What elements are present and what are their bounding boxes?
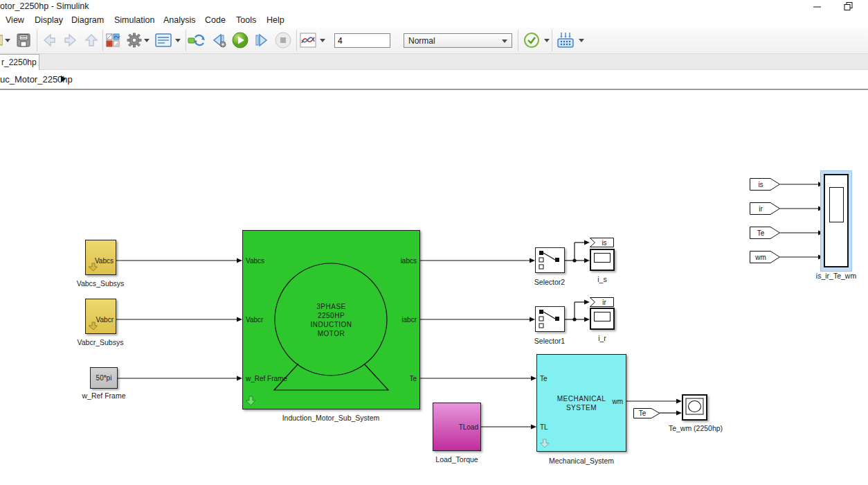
- menu-bar: View Display Diagram Simulation Analysis…: [0, 12, 868, 28]
- selector-glyph-icon: [536, 248, 564, 272]
- menu-display[interactable]: Display: [32, 14, 66, 26]
- xy-scope-icon: [683, 396, 706, 419]
- out-port-te: Te: [409, 375, 417, 382]
- from-tag-te[interactable]: Te: [633, 408, 660, 418]
- scope-screen: [594, 312, 611, 321]
- sim-mode-select[interactable]: Normal: [404, 33, 512, 48]
- block-scope-te-wm[interactable]: [682, 394, 707, 421]
- settings-caret[interactable]: [144, 39, 150, 42]
- step-back-icon[interactable]: [210, 31, 228, 49]
- model-advisor-check-icon[interactable]: [523, 31, 541, 49]
- save-icon[interactable]: [15, 31, 33, 49]
- block-name-scope-te-wm: Te_wm (2250hp): [669, 424, 723, 432]
- svg-text:Te: Te: [639, 409, 647, 417]
- title-bar: otor_2250hp - Simulink: [0, 0, 868, 12]
- up-icon[interactable]: [82, 31, 100, 49]
- model-configuration-caret[interactable]: [175, 39, 181, 42]
- breakpoints-caret[interactable]: [579, 39, 584, 42]
- model-canvas[interactable]: Vabcs Vabcs_Subsys Vabcr Vabcr_Subsys 50…: [0, 90, 868, 483]
- block-name-selector2: Selector2: [534, 278, 565, 286]
- restore-button[interactable]: [839, 1, 858, 11]
- in-port-vabcr: Vabcr: [246, 316, 263, 324]
- menu-analysis[interactable]: Analysis: [161, 14, 199, 26]
- block-w-ref-constant[interactable]: 50*pi: [90, 367, 118, 389]
- toolbar: Normal: [0, 28, 868, 54]
- from-tag-wm[interactable]: wm: [750, 251, 780, 263]
- breadcrumb-arrow-icon[interactable]: [61, 76, 66, 82]
- svg-text:ir: ir: [759, 205, 763, 213]
- block-name-selector1: Selector1: [534, 337, 565, 345]
- window-title: otor_2250hp - Simulink: [0, 1, 89, 11]
- block-load-torque[interactable]: TLoad: [433, 403, 481, 451]
- scope-screen: [594, 253, 611, 263]
- block-name-vabcs: Vabcs_Subsys: [77, 279, 125, 288]
- tab-model[interactable]: r_2250hp: [0, 54, 39, 70]
- block-vabcr-subsystem[interactable]: Vabcr: [85, 299, 116, 334]
- simulation-data-inspector-caret[interactable]: [320, 39, 325, 42]
- motor-title: 3PHASE 2250HP INDUCTION MOTOR: [243, 302, 419, 338]
- minimize-button[interactable]: [807, 1, 826, 11]
- menu-diagram[interactable]: Diagram: [69, 14, 107, 26]
- from-tag-te2[interactable]: Te: [750, 227, 780, 239]
- forward-icon[interactable]: [62, 31, 80, 49]
- menu-simulation[interactable]: Simulation: [111, 14, 157, 26]
- block-name-scope-i-r: i_r: [598, 334, 606, 342]
- block-name-induction-motor: Induction_Motor_Sub_System: [282, 414, 380, 422]
- run-icon[interactable]: [231, 31, 249, 49]
- tab-strip: r_2250hp: [0, 54, 868, 70]
- connect-icon[interactable]: [188, 31, 206, 49]
- goto-tag-ir[interactable]: ir: [590, 297, 614, 307]
- stop-time-input[interactable]: [334, 33, 390, 48]
- goto-tag-is[interactable]: is: [590, 238, 614, 247]
- block-scope-is-ir-te-wm[interactable]: [824, 174, 849, 267]
- model-configuration-icon[interactable]: [154, 31, 172, 49]
- block-scope-i-r[interactable]: [590, 308, 615, 330]
- subsystem-badge-icon[interactable]: [540, 439, 550, 448]
- menu-tools[interactable]: Tools: [233, 14, 259, 26]
- block-mechanical-system[interactable]: MECHANICAL SYSTEM Te TL wm: [536, 354, 626, 452]
- stop-icon[interactable]: [274, 31, 292, 49]
- svg-text:wm: wm: [754, 254, 766, 261]
- step-forward-icon[interactable]: [253, 31, 271, 49]
- subsystem-badge-icon[interactable]: [89, 321, 98, 330]
- menu-view[interactable]: View: [3, 14, 27, 26]
- out-port-iabcr: iabcr: [401, 316, 417, 324]
- svg-text:is: is: [602, 239, 606, 247]
- block-scope-i-s[interactable]: [590, 249, 615, 271]
- subsystem-badge-icon[interactable]: [89, 263, 98, 272]
- block-name-scope-i-s: i_s: [597, 275, 606, 283]
- subsystem-badge-icon[interactable]: [246, 396, 256, 406]
- in-port-vabcs: Vabcs: [246, 257, 264, 265]
- block-selector1[interactable]: [535, 306, 565, 332]
- selector-glyph-icon: [536, 307, 564, 331]
- port-label: TLoad: [459, 423, 478, 431]
- new-model-caret[interactable]: [5, 39, 10, 42]
- breadcrumb-bar: uc_Motor_2250hp: [0, 70, 868, 89]
- block-name-mechanical-system: Mechanical_System: [549, 457, 614, 465]
- in-port-tl: TL: [540, 423, 548, 431]
- out-port-wm: wm: [612, 398, 623, 405]
- block-vabcs-subsystem[interactable]: Vabcs: [85, 240, 116, 275]
- from-tag-is[interactable]: is: [750, 178, 780, 191]
- menu-code[interactable]: Code: [202, 14, 228, 26]
- constant-value: 50*pi: [91, 374, 117, 382]
- svg-text:Te: Te: [757, 229, 765, 237]
- new-model-icon[interactable]: [0, 31, 3, 49]
- library-browser-icon[interactable]: [104, 31, 122, 49]
- settings-gear-icon[interactable]: [125, 31, 143, 49]
- block-name-scope-quad: is_ir_Te_wm: [816, 272, 856, 280]
- simulation-data-inspector-icon[interactable]: [299, 31, 317, 49]
- from-tag-ir[interactable]: ir: [750, 202, 780, 215]
- breakpoints-panel-icon[interactable]: [556, 31, 574, 49]
- in-port-wref: w_Ref Frame: [246, 375, 287, 382]
- sim-mode-caret: [502, 39, 507, 43]
- tab-model-label: r_2250hp: [1, 58, 37, 67]
- block-induction-motor-subsystem[interactable]: 3PHASE 2250HP INDUCTION MOTOR Vabcs Vabc…: [242, 230, 420, 409]
- back-icon[interactable]: [40, 31, 58, 49]
- block-name-vabcr: Vabcr_Subsys: [78, 338, 124, 346]
- model-advisor-caret[interactable]: [544, 39, 550, 42]
- block-selector2[interactable]: [535, 247, 565, 273]
- sim-mode-value: Normal: [408, 36, 435, 46]
- in-port-te: Te: [540, 375, 548, 382]
- menu-help[interactable]: Help: [264, 14, 287, 26]
